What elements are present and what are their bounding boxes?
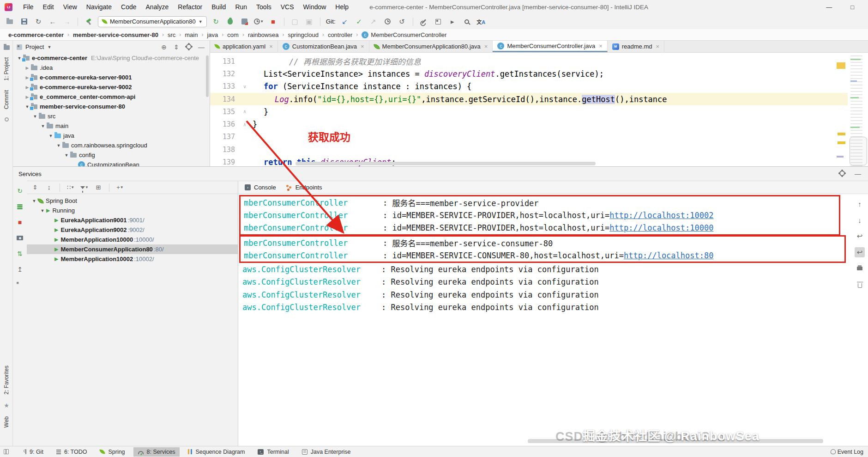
service-row[interactable]: ▼Spring Boot bbox=[27, 196, 238, 206]
hide-panel-icon[interactable]: — bbox=[197, 43, 206, 51]
statusbar-spring[interactable]: Spring bbox=[95, 447, 129, 457]
soft-wrap-icon[interactable]: ↩ bbox=[855, 231, 865, 241]
rerun-icon[interactable]: ↻ bbox=[15, 186, 24, 195]
service-port[interactable]: :9002/ bbox=[128, 226, 145, 233]
collapsed-arrow-icon[interactable]: ▶ bbox=[24, 66, 31, 70]
tab-customizationbean-java[interactable]: CustomizationBean.java× bbox=[278, 41, 369, 52]
scroll-down-icon[interactable]: ↓ bbox=[855, 215, 865, 225]
hide-panel-icon[interactable]: — bbox=[853, 170, 862, 177]
tab-memberconsumercontroller-java[interactable]: MemberConsumerController.java× bbox=[493, 41, 607, 52]
statusbar-8-services[interactable]: 8: Services bbox=[133, 447, 180, 457]
tree-row[interactable]: ▶e-commerce-eureka-server-9001 bbox=[13, 73, 210, 82]
expanded-arrow-icon[interactable]: ▼ bbox=[47, 134, 54, 138]
menu-build[interactable]: Build bbox=[207, 1, 230, 12]
menu-window[interactable]: Window bbox=[299, 1, 331, 12]
stripe-item-web[interactable]: Web bbox=[3, 416, 10, 427]
tree-row[interactable]: ▼com.rainbowsea.springcloud bbox=[13, 140, 210, 150]
attach-debugger-icon[interactable]: ▢ bbox=[290, 17, 300, 27]
tree-row[interactable]: ▶.idea bbox=[13, 63, 210, 73]
expand-all-icon[interactable]: ⇕ bbox=[30, 183, 40, 192]
menu-file[interactable]: File bbox=[19, 1, 38, 12]
menu-edit[interactable]: Edit bbox=[39, 1, 58, 12]
breadcrumb-item[interactable]: java bbox=[205, 30, 220, 39]
service-row[interactable]: EurekaApplication9001:9001/ bbox=[27, 215, 238, 225]
collapse-all-icon[interactable]: ↨ bbox=[44, 183, 54, 192]
tab-memberconsumerapplication80-java[interactable]: MemberConsumerApplication80.java× bbox=[369, 41, 493, 52]
statusbar-sequence-diagram[interactable]: Sequence Diagram bbox=[183, 447, 249, 457]
locate-file-icon[interactable]: ⊕ bbox=[159, 43, 169, 51]
profiler-button[interactable]: ▼ bbox=[254, 17, 264, 27]
panel-settings-icon[interactable] bbox=[838, 170, 847, 177]
chevron-down-icon[interactable]: ▼ bbox=[47, 45, 51, 49]
console-tab-endpoints[interactable]: Endpoints bbox=[286, 184, 322, 191]
menu-analyze[interactable]: Analyze bbox=[142, 1, 173, 12]
service-row[interactable]: MemberApplication10002:10002/ bbox=[27, 254, 238, 264]
expanded-arrow-icon[interactable]: ▼ bbox=[31, 114, 39, 119]
search-everywhere-icon[interactable] bbox=[462, 17, 472, 27]
attach-profiler-icon[interactable]: ▣ bbox=[304, 17, 314, 27]
thread-dump-icon[interactable] bbox=[15, 233, 24, 243]
collapse-all-icon[interactable]: ⇕ bbox=[172, 43, 181, 51]
project-tree-scrollbar[interactable] bbox=[206, 55, 209, 97]
breadcrumb-item[interactable]: rainbowsea bbox=[246, 30, 281, 39]
git-commit-button[interactable]: ✓ bbox=[354, 17, 364, 27]
service-port[interactable]: :80/ bbox=[154, 246, 164, 253]
restart-icon[interactable]: ⇅ bbox=[15, 249, 24, 258]
close-icon[interactable]: × bbox=[599, 43, 603, 49]
menu-code[interactable]: Code bbox=[117, 1, 140, 12]
menu-navigate[interactable]: Navigate bbox=[82, 1, 116, 12]
service-row[interactable]: ▼Running bbox=[27, 206, 238, 215]
breadcrumb-item[interactable]: main bbox=[183, 30, 199, 39]
console-output[interactable]: mberConsumerController: 服务名===member-ser… bbox=[238, 194, 851, 446]
tree-row[interactable]: ▼java bbox=[13, 131, 210, 140]
tree-row[interactable]: ▼member-service-consumer-80 bbox=[13, 102, 210, 111]
maximize-button[interactable]: □ bbox=[850, 4, 854, 11]
update-running-apps-icon[interactable] bbox=[15, 202, 24, 211]
build-hammer-icon[interactable] bbox=[84, 17, 94, 27]
debug-button[interactable] bbox=[225, 17, 235, 27]
git-push-button[interactable]: ↗ bbox=[368, 17, 379, 27]
minimap-viewport[interactable] bbox=[850, 137, 867, 165]
tree-row[interactable]: ▼main bbox=[13, 121, 210, 131]
run-anything-icon[interactable]: ▸ bbox=[447, 17, 458, 27]
breadcrumb-item[interactable]: com bbox=[225, 30, 241, 39]
expanded-arrow-icon[interactable]: ▼ bbox=[39, 208, 46, 213]
menu-vcs[interactable]: VCS bbox=[277, 1, 298, 12]
expanded-arrow-icon[interactable]: ▼ bbox=[63, 153, 70, 158]
tree-row[interactable]: ▶e-commerce-eureka-server-9002 bbox=[13, 82, 210, 92]
statusbar-9-git[interactable]: 9: Git bbox=[21, 447, 48, 457]
stripe-item-project[interactable]: 1: Project bbox=[3, 57, 10, 81]
menu-run[interactable]: Run bbox=[231, 1, 251, 12]
service-row[interactable]: MemberApplication10000:10000/ bbox=[27, 235, 238, 244]
close-icon[interactable]: × bbox=[361, 43, 364, 50]
service-port[interactable]: :9001/ bbox=[128, 217, 145, 224]
fold-marker-icon[interactable]: ∧ bbox=[237, 122, 253, 128]
coverage-button[interactable] bbox=[240, 17, 250, 27]
menu-view[interactable]: View bbox=[59, 1, 81, 12]
scroll-to-end-icon[interactable]: ↩ bbox=[855, 247, 865, 257]
panel-settings-icon[interactable] bbox=[184, 43, 193, 51]
tree-row[interactable]: ▶e_commerce_center-common-api bbox=[13, 92, 210, 102]
rollback-button[interactable]: ↺ bbox=[397, 17, 407, 27]
statusbar-terminal[interactable]: Terminal bbox=[253, 447, 293, 457]
statusbar-java-enterprise[interactable]: Java Enterprise bbox=[297, 447, 356, 457]
history-button[interactable] bbox=[383, 17, 393, 27]
open-log-icon[interactable]: ↥ bbox=[15, 265, 24, 274]
tool-window-switcher-icon[interactable] bbox=[4, 449, 9, 454]
open-icon[interactable] bbox=[5, 17, 15, 27]
console-tab-console[interactable]: Console bbox=[245, 184, 276, 191]
service-port[interactable]: :10000/ bbox=[134, 236, 154, 243]
fold-marker-icon[interactable]: ∧ bbox=[237, 109, 253, 115]
tab-readme-md[interactable]: readme.md× bbox=[608, 41, 664, 52]
tree-row[interactable]: ▼config bbox=[13, 150, 210, 160]
sync-icon[interactable]: ↻ bbox=[33, 17, 43, 27]
expanded-arrow-icon[interactable]: ▼ bbox=[30, 199, 38, 203]
forward-icon[interactable]: → bbox=[62, 17, 72, 27]
stripe-item-favorites[interactable]: 2: Favorites bbox=[3, 366, 10, 395]
breadcrumb-item[interactable]: e-commerce-center bbox=[6, 30, 66, 39]
save-all-icon[interactable] bbox=[19, 17, 29, 27]
close-icon[interactable]: × bbox=[656, 43, 659, 50]
run-configuration-select[interactable]: MemberConsumerApplication80 ▼ bbox=[98, 16, 207, 27]
stop-button[interactable]: ■ bbox=[268, 17, 278, 27]
tree-row[interactable]: ▼e-commerce-centerE:\Java\Spring Cloud\e… bbox=[13, 53, 210, 63]
